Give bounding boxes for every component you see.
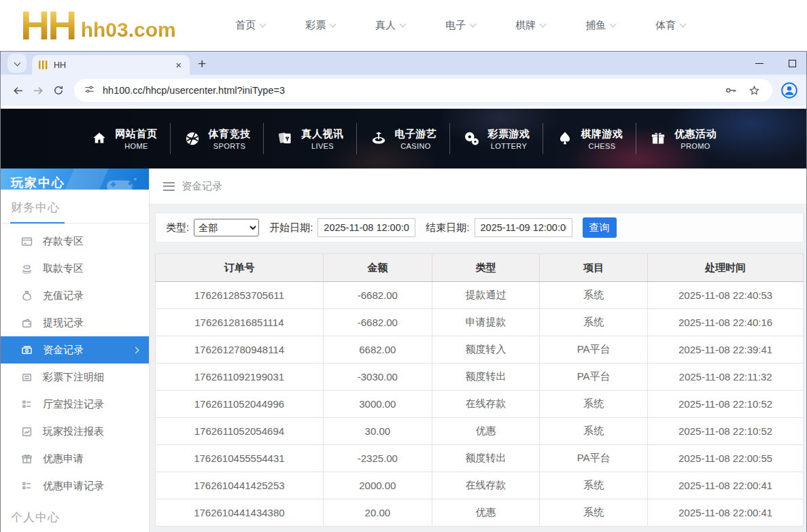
sidebar-item-deposit[interactable]: 存款专区 [1, 228, 149, 255]
end-date-input[interactable] [475, 218, 572, 237]
gamenav-sublabel: PROMO [674, 142, 717, 150]
forward-button[interactable] [28, 80, 48, 101]
order-id-cell: 1762610441434380 [156, 499, 324, 527]
gamenav-item-live[interactable]: 真人视讯LIVES [264, 123, 357, 154]
site-nav-chess[interactable]: 棋牌 [496, 19, 566, 32]
time-cell: 2025-11-08 22:00:41 [648, 472, 804, 499]
site-nav-lottery[interactable]: 彩票 [286, 19, 356, 32]
gamenav-item-casino[interactable]: 电子游艺CASINO [357, 123, 450, 154]
site-nav-sports[interactable]: 体育 [636, 19, 706, 32]
project-cell: 系统 [540, 472, 648, 499]
sidebar-item-withdraw[interactable]: 取款专区 [1, 255, 149, 282]
site-nav-label: 彩票 [305, 19, 326, 32]
window-minimize-button[interactable] [755, 63, 764, 64]
menu-toggle-icon[interactable] [163, 182, 175, 191]
back-button[interactable] [7, 80, 28, 101]
sidebar-item-promo-apply[interactable]: 优惠申请 [1, 445, 149, 472]
gamenav-sublabel: HOME [116, 142, 158, 150]
gamenav-item-home[interactable]: 网站首页HOME [78, 123, 171, 154]
sidebar-item-label: 玩家投注报表 [43, 425, 104, 438]
list-icon [21, 399, 33, 410]
site-logo[interactable]: HH hh03.com [20, 8, 176, 43]
chevron-down-icon [14, 59, 20, 66]
funds-table: 订单号 金额 类型 项目 处理时间 1762612853705611 -6682… [155, 253, 804, 527]
tab-search-button[interactable] [7, 54, 27, 73]
tab-strip: HH × + [1, 52, 806, 75]
type-label: 类型: [166, 221, 189, 234]
site-nav-label: 体育 [655, 19, 676, 32]
site-nav-label: 棋牌 [515, 19, 536, 32]
table-row: 1762612853705611 -6682.00 提款通过 系统 2025-1… [156, 282, 804, 309]
tab-title: HH [54, 60, 66, 70]
sidebar-item-hall-bet-record[interactable]: 厅室投注记录 [1, 391, 149, 418]
search-button[interactable]: 查询 [583, 217, 617, 238]
project-cell: PA平台 [540, 336, 648, 363]
tab-close-icon[interactable]: × [174, 59, 183, 71]
chevron-down-icon [680, 21, 687, 28]
address-bar[interactable]: hh100.cc/hhcp/usercenter.html?iniType=3 [74, 79, 772, 102]
new-tab-button[interactable]: + [198, 56, 206, 71]
gamenav-label: 棋牌游戏 [581, 128, 623, 141]
site-nav-slots[interactable]: 电子 [426, 19, 496, 32]
gamenav-item-lottery[interactable]: 彩票游戏LOTTERY [450, 123, 543, 154]
sidebar-item-label: 充值记录 [43, 289, 84, 302]
gift-icon [649, 130, 667, 147]
browser-toolbar: hh100.cc/hhcp/usercenter.html?iniType=3 [1, 75, 806, 106]
start-date-input[interactable] [317, 218, 415, 237]
logo-hh-text: HH [20, 8, 75, 43]
project-cell: 系统 [540, 499, 648, 527]
site-nav-fishing[interactable]: 捕鱼 [566, 19, 636, 32]
deposit-card-icon [21, 236, 33, 247]
browser-profile-icon[interactable] [779, 80, 800, 101]
gamenav-sublabel: LOTTERY [488, 142, 530, 150]
site-nav-label: 电子 [445, 19, 466, 32]
sidebar-item-lottery-bet-detail[interactable]: 彩票下注明细 [1, 363, 149, 391]
amount-cell: 6682.00 [323, 336, 432, 363]
chevron-down-icon [470, 21, 477, 28]
order-id-cell: 1762610455554431 [156, 445, 324, 472]
window-maximize-button[interactable] [787, 60, 797, 67]
browser-tab[interactable]: HH × [32, 55, 190, 75]
sidebar-item-player-report[interactable]: 玩家投注报表 [1, 418, 149, 445]
time-cell: 2025-11-08 22:00:41 [648, 499, 804, 527]
gamenav-label: 网站首页 [116, 128, 158, 141]
report-chart-icon [21, 426, 33, 438]
sidebar-item-recharge-record[interactable]: 充值记录 [1, 282, 149, 309]
password-key-icon[interactable] [722, 82, 740, 99]
end-date-label: 结束日期: [426, 221, 469, 234]
sidebar-item-promo-record[interactable]: 优惠申请记录 [1, 472, 149, 499]
reload-button[interactable] [48, 80, 69, 101]
type-select[interactable]: 全部 [194, 219, 259, 236]
type-cell: 额度转出 [432, 363, 539, 391]
sidebar-item-label: 优惠申请 [43, 453, 84, 465]
site-nav-home[interactable]: 首页 [216, 19, 286, 32]
gamenav-item-chess[interactable]: 棋牌游戏CHESS [543, 123, 636, 154]
order-id-cell: 1762611052054694 [156, 418, 324, 445]
sidebar-item-label: 资金记录 [43, 344, 84, 357]
sidebar-item-withdraw-record[interactable]: 提现记录 [1, 309, 149, 336]
chevron-down-icon [260, 21, 267, 28]
main-area: 资金记录 类型: 全部 开始日期: 结束日期: 查询 [150, 169, 806, 532]
site-nav-live[interactable]: 真人 [356, 19, 426, 32]
tab-favicon [39, 60, 48, 69]
time-cell: 2025-11-08 22:39:41 [648, 336, 804, 363]
gamenav-sublabel: SPORTS [209, 142, 251, 150]
amount-cell: -3030.00 [323, 363, 432, 391]
sidebar-item-label: 提现记录 [43, 317, 84, 330]
amount-cell: 30.00 [323, 418, 432, 445]
type-cell: 申请提款 [432, 309, 539, 336]
sidebar-item-funds-record[interactable]: 资金记录 [1, 336, 149, 363]
table-header-row: 订单号 金额 类型 项目 处理时间 [156, 254, 804, 282]
amount-cell: -6682.00 [323, 282, 432, 309]
type-cell: 额度转入 [432, 336, 539, 363]
game-nav: 网站首页HOME 体育竞技SPORTS 真人视讯LIVES 电子游艺CASINO… [1, 109, 806, 169]
type-cell: 提款通过 [432, 282, 539, 309]
site-info-icon[interactable] [84, 84, 95, 98]
type-cell: 在线存款 [432, 391, 539, 418]
gamenav-item-sports[interactable]: 体育竞技SPORTS [171, 123, 264, 154]
sidebar-item-label: 优惠申请记录 [43, 480, 104, 493]
amount-cell: 20.00 [323, 499, 432, 527]
bookmark-star-icon[interactable] [745, 82, 763, 99]
gamenav-item-promo[interactable]: 优惠活动PROMO [636, 123, 729, 154]
start-date-label: 开始日期: [269, 221, 313, 234]
